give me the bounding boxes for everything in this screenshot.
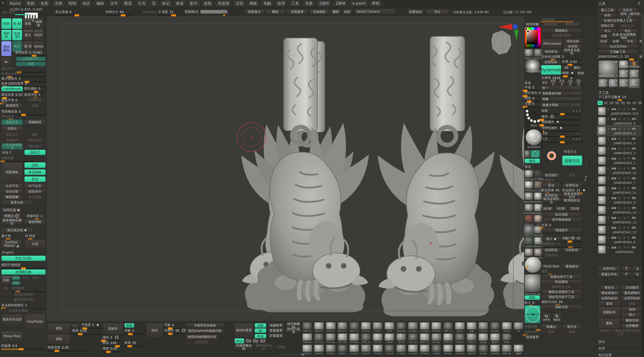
brush-x-curvet[interactable]: CurveT	[360, 345, 371, 355]
x-创建实例子工具-button[interactable]: 创建实例子工具	[541, 275, 582, 279]
x-镜像-button[interactable]: 镜像x y z	[541, 97, 582, 101]
menu-x-笔刷[interactable]: 笔刷	[24, 0, 37, 6]
color-picker[interactable]	[524, 27, 541, 48]
sculpt-pen-icon[interactable]: ✎	[628, 236, 630, 239]
menu-x-z插件[interactable]: Z插件	[316, 0, 332, 6]
slider-track[interactable]	[1, 268, 46, 269]
x-连接点-button[interactable]: 连接点	[1, 126, 23, 131]
x-dynamesh-button[interactable]: Dynamesh	[541, 65, 561, 75]
x-倒角宽度-slider[interactable]: 倒角宽度0.05	[48, 345, 89, 351]
x-调整最后一个-slider[interactable]: 调整最后一个	[541, 242, 582, 248]
x-重命名-button[interactable]: 重命名	[598, 285, 620, 290]
radio-dot-icon[interactable]	[560, 127, 562, 129]
brush-x-shuzhi[interactable]: shuzhi	[478, 345, 489, 355]
xyz-axis-toggles[interactable]: x y z	[573, 109, 582, 112]
x-面板环-button[interactable]: 面板环	[103, 323, 123, 334]
x-合并可见-button[interactable]: 合并可见	[1, 184, 23, 189]
x-jianpuzhai1-5--slider[interactable]: JIANPUZHAI1_5.53	[598, 55, 637, 60]
polypaint-icon[interactable]: ●●	[611, 157, 616, 160]
x-遮罩分组-button[interactable]: 遮罩分组	[1, 200, 32, 205]
x-jianpu-thumbnail[interactable]: JIANPU19	[629, 69, 639, 78]
x-z-强度-slider[interactable]: Z 强度25	[158, 10, 177, 16]
x-平滑度-slider[interactable]: 平滑度5	[81, 323, 101, 329]
slider-track[interactable]	[15, 55, 46, 56]
radio-dot-icon[interactable]	[571, 72, 573, 74]
difference-icon[interactable]: ◑	[623, 176, 626, 180]
x-多边形绘制模式-slider[interactable]: 多边形绘制模式1	[1, 303, 46, 309]
x-冻结边框-button[interactable]: 冻结边框	[564, 39, 582, 43]
preview-sphere[interactable]	[524, 257, 541, 273]
render-mode-button[interactable]	[530, 150, 540, 158]
brush-x-magnify[interactable]: Magnify	[396, 322, 406, 332]
x-显示点-button[interactable]: 显示点	[562, 325, 582, 329]
x-抛光-slider[interactable]: 抛光	[541, 114, 582, 120]
radio-dot-icon[interactable]	[97, 324, 99, 326]
x-焊接间距-slider[interactable]: 焊接间距1	[26, 214, 46, 220]
x-全部到起始-button[interactable]: 全部到起始	[598, 296, 620, 301]
polypaint-icon[interactable]: ●●	[611, 226, 616, 229]
xyz-axis-toggles[interactable]: x y z	[572, 98, 581, 100]
x-保持折边-button[interactable]: 保持折边	[541, 49, 561, 54]
xyz-axis-toggles[interactable]: x y z	[573, 132, 582, 135]
menu-x-拾取[interactable]: 拾取	[201, 0, 214, 6]
slider-track[interactable]	[103, 352, 123, 352]
x-自动分组-button[interactable]: 自动分组	[1, 189, 23, 194]
x-投射-button[interactable]: 投射	[576, 71, 586, 75]
x-可见-button[interactable]: 可见	[622, 39, 638, 43]
x-折边-button[interactable]: 折边	[24, 176, 46, 182]
x-jianpu-thumbnail[interactable]: JIANPU19	[598, 79, 608, 87]
visibility-eye-icon[interactable]	[632, 167, 636, 169]
polypaint-icon[interactable]: ●●	[611, 186, 616, 190]
brush-x-sk-clot[interactable]: SK_Clot	[337, 333, 348, 344]
x---icon-button[interactable]: ↳	[632, 272, 642, 277]
x-存储变换目标-button[interactable]: 存储变换目标	[234, 345, 253, 350]
polypaint-icon[interactable]: ●●	[611, 206, 616, 210]
x-焊接点-button[interactable]: 焊接点	[1, 213, 22, 219]
x-fatmir-s-thumbnail[interactable]: Fatmir's	[524, 248, 533, 256]
slider-track[interactable]	[72, 334, 101, 335]
x-复制-button[interactable]: 复制	[598, 301, 620, 306]
x-全部-button[interactable]: 全部	[610, 39, 621, 43]
subtool-row[interactable]: ↓●●◐◑✎JIANPUZHAI1_8	[598, 235, 643, 245]
brush-x-folds-0[interactable]: Folds 0	[454, 333, 465, 344]
layers-icon[interactable]: ◐	[618, 246, 621, 249]
x-镜像并焊接-button[interactable]: 镜像并焊接x y z	[541, 103, 582, 107]
menu-x-笔触[interactable]: 笔触	[261, 0, 274, 6]
brush-x-xmd-m[interactable]: XMD_M	[443, 333, 454, 344]
x-jianpu-thumbnail[interactable]: JIANPU9	[608, 79, 618, 87]
x-最高级细分-button[interactable]: 最高级细分	[622, 291, 643, 295]
x-全部投射-button[interactable]: 全部投射	[541, 60, 560, 64]
x-向下合并-button[interactable]: 向下合并	[24, 184, 46, 189]
difference-icon[interactable]: ◑	[623, 127, 626, 130]
slider-handle[interactable]	[54, 350, 59, 352]
brush-x-inflat[interactable]: Inflat	[384, 322, 395, 332]
subtool-row[interactable]: ↓●●◐◑✎JIANPUZHAI1_3	[598, 146, 643, 156]
sculpt-pen-icon[interactable]: ✎	[628, 137, 630, 140]
polypaint-icon[interactable]: ●●	[611, 167, 616, 170]
x-zbro-gray-ex-thumbnail[interactable]: zbro_Gray_ex	[524, 274, 541, 292]
x-按组抛光-slider[interactable]: 按组抛光	[541, 120, 582, 126]
x-组-button[interactable]: 组	[562, 65, 571, 70]
menu-x-模板[interactable]: 模板	[247, 0, 260, 6]
brush-x-the-gil[interactable]: The_Gil	[408, 333, 418, 344]
x---icon-button[interactable]: ↑	[622, 266, 631, 271]
x-深度遮罩-button[interactable]: 深度遮罩	[524, 335, 540, 340]
x-统一-button[interactable]: 统一x y z	[541, 86, 582, 90]
x-gy-icon-button[interactable]: Gy	[252, 338, 258, 344]
x-gz-icon-button[interactable]: Gz	[260, 338, 266, 344]
visibility-eye-icon[interactable]	[632, 157, 636, 160]
slider-handle[interactable]	[127, 345, 132, 347]
x-封闭孔洞-button[interactable]: 封闭孔洞	[1, 208, 22, 213]
x-删除隐藏-button[interactable]: 删除隐藏	[1, 195, 23, 200]
xyz-axis-toggles[interactable]: x y z	[572, 87, 581, 89]
x-倒角-button[interactable]: 倒角	[48, 334, 70, 344]
x-折边-button[interactable]: 折边	[254, 334, 266, 339]
x-翻转-button[interactable]: 翻转	[266, 9, 285, 14]
x-多重追加-button[interactable]: 多重追加	[407, 9, 424, 14]
x-新建文件夹-button[interactable]: 新建文件夹	[598, 272, 620, 277]
x-jianpu-thumbnail[interactable]: JIANPU19	[629, 79, 639, 87]
flatten-arrow-icon[interactable]: ↓	[607, 196, 609, 200]
x-绘-制-button[interactable]: 绘 制	[12, 18, 22, 29]
slider-track[interactable]	[1, 349, 46, 350]
x-导出-button[interactable]: 导出	[426, 9, 449, 14]
